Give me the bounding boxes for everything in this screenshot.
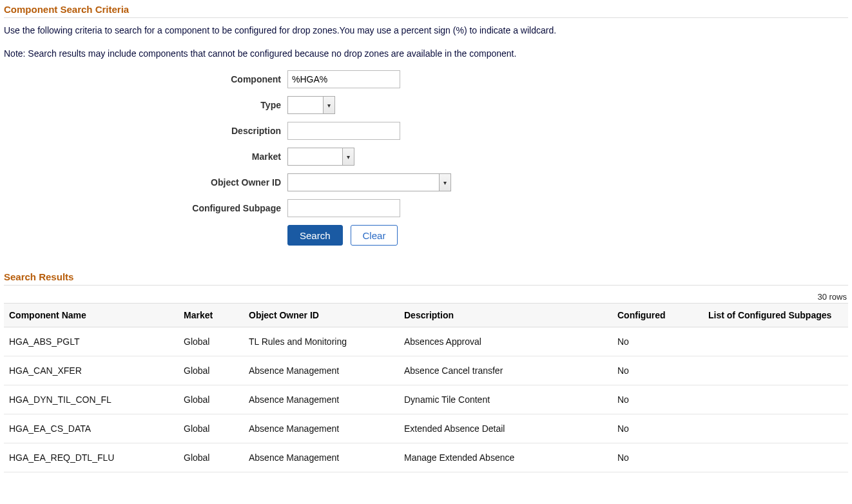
clear-button[interactable]: Clear xyxy=(351,225,398,246)
chevron-down-icon: ▾ xyxy=(343,148,354,166)
cell-owner: Absence Management xyxy=(244,414,399,443)
label-component: Component xyxy=(4,74,287,84)
criteria-intro-line2: Note: Search results may include compone… xyxy=(4,48,848,61)
label-type: Type xyxy=(4,100,287,110)
cell-description: Extended Absence Detail xyxy=(399,414,612,443)
cell-configured: No xyxy=(612,385,703,414)
col-market[interactable]: Market xyxy=(179,304,244,327)
col-owner[interactable]: Object Owner ID xyxy=(244,304,399,327)
col-component[interactable]: Component Name xyxy=(4,304,179,327)
cell-subpages xyxy=(703,443,848,472)
table-row[interactable]: HGA_CAN_XFERGlobalAbsence ManagementAbse… xyxy=(4,356,848,385)
cell-description: Absences Approval xyxy=(399,327,612,356)
cell-configured: No xyxy=(612,327,703,356)
cell-configured: No xyxy=(612,356,703,385)
cell-subpages xyxy=(703,414,848,443)
cell-subpages xyxy=(703,327,848,356)
cell-configured: No xyxy=(612,414,703,443)
cell-market: Global xyxy=(179,443,244,472)
results-header-row: Component Name Market Object Owner ID De… xyxy=(4,304,848,327)
results-section-title: Search Results xyxy=(4,271,848,286)
cell-component: HGA_EA_REQ_DTL_FLU xyxy=(4,443,179,472)
type-select[interactable]: ▾ xyxy=(287,96,335,114)
label-description: Description xyxy=(4,126,287,136)
chevron-down-icon: ▾ xyxy=(324,96,335,114)
table-row[interactable]: HGA_EA_CS_DATAGlobalAbsence ManagementEx… xyxy=(4,414,848,443)
cell-market: Global xyxy=(179,356,244,385)
cell-description: Absence Cancel transfer xyxy=(399,356,612,385)
label-market: Market xyxy=(4,151,287,162)
label-subpage: Configured Subpage xyxy=(4,203,287,213)
cell-subpages xyxy=(703,356,848,385)
criteria-section-title: Component Search Criteria xyxy=(4,4,848,18)
criteria-intro-line1: Use the following criteria to search for… xyxy=(4,24,848,37)
cell-component: HGA_CAN_XFER xyxy=(4,356,179,385)
search-button[interactable]: Search xyxy=(287,225,343,246)
chevron-down-icon: ▾ xyxy=(440,173,451,191)
col-configured[interactable]: Configured xyxy=(612,304,703,327)
criteria-form: Component Type ▾ Description Market ▾ Ob… xyxy=(4,70,848,246)
cell-market: Global xyxy=(179,327,244,356)
cell-component: HGA_EA_CS_DATA xyxy=(4,414,179,443)
table-row[interactable]: HGA_ABS_PGLTGlobalTL Rules and Monitorin… xyxy=(4,327,848,356)
cell-configured: No xyxy=(612,443,703,472)
cell-subpages xyxy=(703,385,848,414)
results-row-count: 30 rows xyxy=(4,292,847,302)
cell-owner: TL Rules and Monitoring xyxy=(244,327,399,356)
cell-description: Dynamic Tile Content xyxy=(399,385,612,414)
label-owner: Object Owner ID xyxy=(4,177,287,188)
cell-market: Global xyxy=(179,385,244,414)
col-subpages[interactable]: List of Configured Subpages xyxy=(703,304,848,327)
cell-owner: Absence Management xyxy=(244,385,399,414)
table-row[interactable]: HGA_EA_REQ_DTL_FLUGlobalAbsence Manageme… xyxy=(4,443,848,472)
market-select[interactable]: ▾ xyxy=(287,148,354,166)
cell-owner: Absence Management xyxy=(244,356,399,385)
cell-owner: Absence Management xyxy=(244,443,399,472)
cell-description: Manage Extended Absence xyxy=(399,443,612,472)
col-description[interactable]: Description xyxy=(399,304,612,327)
table-row[interactable]: HGA_DYN_TIL_CON_FLGlobalAbsence Manageme… xyxy=(4,385,848,414)
results-table: Component Name Market Object Owner ID De… xyxy=(4,303,848,472)
component-input[interactable] xyxy=(287,70,400,88)
subpage-input[interactable] xyxy=(287,199,400,217)
description-input[interactable] xyxy=(287,122,400,140)
cell-component: HGA_ABS_PGLT xyxy=(4,327,179,356)
cell-market: Global xyxy=(179,414,244,443)
cell-component: HGA_DYN_TIL_CON_FL xyxy=(4,385,179,414)
criteria-intro: Use the following criteria to search for… xyxy=(4,24,848,60)
owner-select[interactable]: ▾ xyxy=(287,173,451,191)
